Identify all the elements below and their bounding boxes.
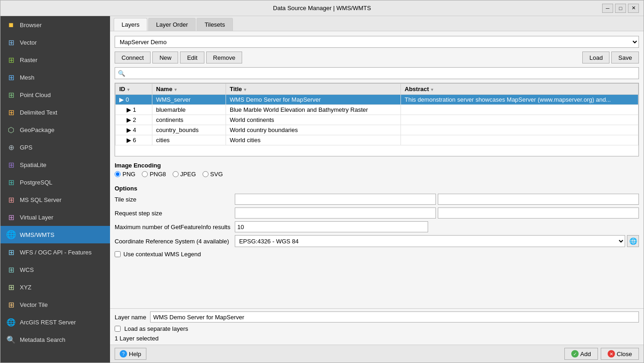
- minimize-button[interactable]: ─: [602, 4, 613, 13]
- delimited-icon: ⊞: [6, 107, 16, 117]
- expand-arrow[interactable]: ▶: [127, 116, 131, 123]
- tile-size-inputs: [235, 194, 639, 205]
- window-title: Data Source Manager | WMS/WMTS: [42, 5, 602, 12]
- sidebar-item-postgresql[interactable]: ⊞ PostgreSQL: [0, 173, 110, 191]
- sidebar-item-spatialite[interactable]: ⊞ SpatiaLite: [0, 156, 110, 173]
- search-input[interactable]: [127, 70, 636, 77]
- contextual-wms-label: Use contextual WMS Legend: [123, 251, 201, 258]
- radio-jpeg[interactable]: JPEG: [173, 171, 196, 178]
- footer-right: ✓ Add ✕ Close: [564, 348, 639, 360]
- sidebar-item-vectortile[interactable]: ⊞ Vector Tile: [0, 296, 110, 313]
- edit-button[interactable]: Edit: [180, 52, 204, 63]
- contextual-wms-checkbox[interactable]: [115, 251, 121, 257]
- close-button[interactable]: ✕ Close: [601, 348, 639, 360]
- radio-svg[interactable]: SVG: [203, 171, 223, 178]
- help-button[interactable]: ? Help: [115, 348, 146, 360]
- max-feature-input[interactable]: [235, 221, 428, 232]
- sidebar-label-wcs: WCS: [20, 266, 34, 273]
- radio-svg-input[interactable]: [203, 171, 209, 177]
- close-window-button[interactable]: ✕: [628, 4, 639, 13]
- col-id[interactable]: ID: [116, 84, 152, 95]
- table-row[interactable]: ▶ 4country_boundsWorld country boundarie…: [116, 125, 638, 135]
- tile-size-input1[interactable]: [235, 194, 436, 205]
- xyz-icon: ⊞: [6, 282, 16, 292]
- radio-png8[interactable]: PNG8: [142, 171, 166, 178]
- col-title[interactable]: Title: [226, 84, 401, 95]
- tile-size-input2[interactable]: [438, 194, 639, 205]
- layer-name-input[interactable]: [150, 311, 639, 323]
- load-separate-checkbox[interactable]: [115, 326, 121, 332]
- crs-select[interactable]: EPSG:4326 - WGS 84: [235, 235, 625, 247]
- request-step-input2[interactable]: [438, 207, 639, 219]
- sidebar-item-delimited[interactable]: ⊞ Delimited Text: [0, 104, 110, 121]
- crs-button[interactable]: 🌐: [627, 235, 639, 247]
- radio-jpeg-label: JPEG: [180, 171, 196, 178]
- tab-layers[interactable]: Layers: [114, 18, 147, 31]
- tab-layerorder[interactable]: Layer Order: [148, 18, 196, 31]
- save-button[interactable]: Save: [611, 52, 639, 63]
- request-step-label: Request step size: [115, 210, 230, 217]
- col-name[interactable]: Name: [152, 84, 226, 95]
- cell-abstract: [401, 115, 638, 125]
- sidebar-label-vectortile: Vector Tile: [20, 301, 48, 308]
- max-feature-label: Maximum number of GetFeatureInfo results: [115, 224, 230, 230]
- table-row[interactable]: ▶ 1bluemarbleBlue Marble World Elevation…: [116, 105, 638, 115]
- radio-jpeg-input[interactable]: [173, 171, 179, 177]
- restore-button[interactable]: □: [615, 4, 626, 13]
- close-icon: ✕: [608, 350, 615, 357]
- sidebar-item-wmswmts[interactable]: 🌐 WMS/WMTS: [0, 226, 110, 243]
- expand-arrow[interactable]: ▶: [127, 127, 131, 133]
- sidebar-item-pointcloud[interactable]: ⊞ Point Cloud: [0, 86, 110, 104]
- table-row[interactable]: ▶ 6citiesWorld cities: [116, 135, 638, 145]
- remove-button[interactable]: Remove: [206, 52, 242, 63]
- connection-row: MapServer Demo: [115, 36, 639, 48]
- add-button[interactable]: ✓ Add: [564, 348, 598, 360]
- col-abstract[interactable]: Abstract: [401, 84, 638, 95]
- sidebar-item-wfs[interactable]: ⊞ WFS / OGC API - Features: [0, 243, 110, 261]
- cell-id: ▶ 4: [116, 125, 152, 135]
- sidebar-label-mssql: MS SQL Server: [20, 196, 62, 203]
- radio-png8-input[interactable]: [142, 171, 148, 177]
- expand-arrow[interactable]: ▶: [127, 106, 131, 113]
- sidebar-label-delimited: Delimited Text: [20, 109, 57, 116]
- sidebar-item-raster[interactable]: ⊞ Raster: [0, 51, 110, 69]
- sidebar-item-geopackage[interactable]: ⬡ GeoPackage: [0, 121, 110, 138]
- gps-icon: ⊕: [6, 142, 16, 152]
- options-title: Options: [115, 185, 639, 192]
- sidebar-label-geopackage: GeoPackage: [20, 127, 54, 133]
- title-bar: Data Source Manager | WMS/WMTS ─ □ ✕: [0, 0, 644, 16]
- sidebar-label-xyz: XYZ: [20, 284, 31, 291]
- request-step-input1[interactable]: [235, 207, 436, 219]
- sidebar-item-browser[interactable]: ■ Browser: [0, 16, 110, 34]
- sidebar-item-mssql[interactable]: ⊞ MS SQL Server: [0, 191, 110, 208]
- sidebar: ■ Browser ⊞ Vector ⊞ Raster ⊞ Mesh ⊞ Poi…: [0, 16, 110, 363]
- postgresql-icon: ⊞: [6, 177, 16, 187]
- sidebar-label-virtual: Virtual Layer: [20, 214, 53, 221]
- cell-id: ▶ 2: [116, 115, 152, 125]
- table-row[interactable]: ▶0WMS_serverWMS Demo Server for MapServe…: [116, 95, 638, 105]
- sidebar-item-mesh[interactable]: ⊞ Mesh: [0, 69, 110, 86]
- load-button[interactable]: Load: [582, 52, 609, 63]
- sidebar-item-arcgis[interactable]: 🌐 ArcGIS REST Server: [0, 313, 110, 331]
- bottom-section: Layer name Load as separate layers 1 Lay…: [110, 308, 644, 345]
- sidebar-item-vector[interactable]: ⊞ Vector: [0, 34, 110, 51]
- expand-arrow[interactable]: ▶: [127, 137, 131, 144]
- sidebar-item-metadata[interactable]: 🔍 Metadata Search: [0, 331, 110, 348]
- status-row: Load as separate layers: [115, 325, 639, 332]
- tab-tilesets[interactable]: Tilesets: [197, 18, 232, 31]
- connect-button[interactable]: Connect: [115, 52, 151, 63]
- sidebar-label-pointcloud: Point Cloud: [20, 92, 51, 98]
- radio-png[interactable]: PNG: [115, 171, 135, 178]
- table-row[interactable]: ▶ 2continentsWorld continents: [116, 115, 638, 125]
- new-button[interactable]: New: [152, 52, 178, 63]
- layers-table: ID Name Title Abstract ▶0WMS_serverWMS D…: [115, 83, 639, 156]
- sidebar-item-virtual[interactable]: ⊞ Virtual Layer: [0, 208, 110, 226]
- sidebar-label-spatialite: SpatiaLite: [20, 161, 46, 168]
- radio-png-input[interactable]: [115, 171, 121, 177]
- sidebar-item-wcs[interactable]: ⊞ WCS: [0, 261, 110, 278]
- sidebar-item-gps[interactable]: ⊕ GPS: [0, 138, 110, 156]
- connection-select[interactable]: MapServer Demo: [115, 36, 639, 48]
- image-encoding-section: Image Encoding PNG PNG8 JPEG: [115, 160, 639, 179]
- wmswmts-icon: 🌐: [6, 230, 16, 240]
- sidebar-item-xyz[interactable]: ⊞ XYZ: [0, 278, 110, 296]
